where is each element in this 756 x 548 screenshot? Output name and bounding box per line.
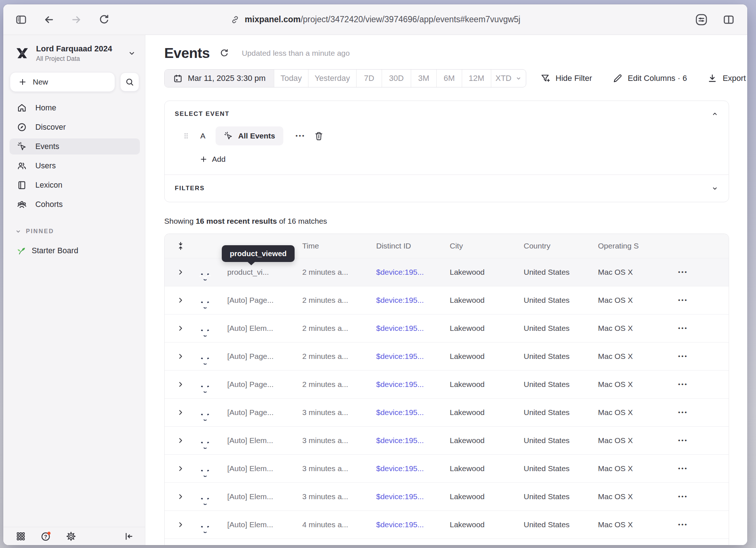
sidebar-item-lexicon[interactable]: Lexicon <box>9 177 140 193</box>
edit-columns-button[interactable]: Edit Columns · 6 <box>613 73 687 83</box>
split-view-icon[interactable] <box>722 13 735 26</box>
distinct-id-link[interactable]: $device:195... <box>376 464 450 473</box>
expand-row-icon[interactable] <box>165 493 197 501</box>
preset-today[interactable]: Today <box>274 70 308 87</box>
download-icon <box>707 73 717 83</box>
row-more-options-icon[interactable]: ••• <box>678 409 729 416</box>
column-header-os[interactable]: Operating S <box>598 242 674 250</box>
expand-row-icon[interactable] <box>165 268 197 276</box>
expand-row-icon[interactable] <box>165 380 197 388</box>
distinct-id-link[interactable]: $device:195... <box>376 436 450 445</box>
table-row[interactable]: [Auto] Elem... 4 minutes a... $device:19… <box>165 510 729 539</box>
preset-xtd[interactable]: XTD <box>491 70 526 87</box>
column-header-country[interactable]: Country <box>524 242 598 250</box>
event-time: 3 minutes a... <box>302 464 376 473</box>
pinned-item-label: Starter Board <box>32 246 78 255</box>
distinct-id-link[interactable]: $device:195... <box>376 324 450 333</box>
event-avatar <box>197 324 227 341</box>
row-more-options-icon[interactable]: ••• <box>678 381 729 388</box>
preset-30d[interactable]: 30D <box>382 70 411 87</box>
search-button[interactable] <box>120 73 139 91</box>
row-more-options-icon[interactable]: ••• <box>678 493 729 500</box>
collapse-section-icon[interactable] <box>711 110 718 118</box>
collapse-all-icon[interactable] <box>165 241 197 251</box>
add-event-button[interactable]: Add <box>200 155 729 164</box>
table-row[interactable]: [Auto] Page... 2 minutes a... $device:19… <box>165 370 729 398</box>
expand-row-icon[interactable] <box>165 465 197 473</box>
expand-row-icon[interactable] <box>165 521 197 529</box>
date-range-current[interactable]: Mar 11, 2025 3:30 pm <box>165 70 274 87</box>
event-avatar <box>197 493 227 509</box>
refresh-icon[interactable] <box>219 48 229 58</box>
event-more-options-icon[interactable]: ••• <box>296 132 306 140</box>
browser-settings-icon[interactable] <box>695 13 708 26</box>
city-value: Lakewood <box>450 296 524 305</box>
sidebar-item-discover[interactable]: Discover <box>9 119 140 135</box>
address-bar[interactable]: mixpanel.com/project/3472420/view/397469… <box>230 15 520 24</box>
distinct-id-link[interactable]: $device:195... <box>376 296 450 305</box>
sidebar-item-users[interactable]: Users <box>9 158 140 174</box>
sidebar-item-home[interactable]: Home <box>9 100 140 116</box>
distinct-id-link[interactable]: $device:195... <box>376 520 450 529</box>
country-value: United States <box>524 352 598 361</box>
column-header-distinct-id[interactable]: Distinct ID <box>376 242 450 250</box>
help-icon[interactable]: ? <box>40 531 51 542</box>
row-more-options-icon[interactable]: ••• <box>678 521 729 528</box>
hide-filter-button[interactable]: Hide Filter <box>540 73 592 83</box>
new-button[interactable]: New <box>10 72 115 92</box>
distinct-id-link[interactable]: $device:195... <box>376 408 450 417</box>
row-more-options-icon[interactable]: ••• <box>678 269 729 276</box>
distinct-id-link[interactable]: $device:195... <box>376 268 450 277</box>
filters-section: FILTERS <box>165 175 729 202</box>
gear-icon[interactable] <box>66 531 76 541</box>
table-row[interactable]: [Auto] Elem... 3 minutes a... $device:19… <box>165 454 729 482</box>
row-more-options-icon[interactable]: ••• <box>678 353 729 360</box>
distinct-id-link[interactable]: $device:195... <box>376 492 450 501</box>
distinct-id-link[interactable]: $device:195... <box>376 380 450 389</box>
drag-handle-icon[interactable] <box>182 131 190 141</box>
table-row[interactable]: [Auto] Elem... 2 minutes a... $device:19… <box>165 314 729 342</box>
sidebar-item-starter-board[interactable]: Starter Board <box>9 243 140 259</box>
collapse-sidebar-icon[interactable] <box>124 531 134 541</box>
table-row[interactable]: [Auto] Elem... 3 minutes a... $device:19… <box>165 482 729 510</box>
sidebar-item-cohorts[interactable]: Cohorts <box>9 196 140 212</box>
preset-12m[interactable]: 12M <box>462 70 491 87</box>
sidebar-item-label: Users <box>35 161 56 171</box>
results-summary: Showing 16 most recent results of 16 mat… <box>164 217 747 226</box>
preset-7d[interactable]: 7D <box>356 70 382 87</box>
trash-icon[interactable] <box>314 131 324 141</box>
row-more-options-icon[interactable]: ••• <box>678 297 729 304</box>
expand-row-icon[interactable] <box>165 296 197 304</box>
apps-grid-icon[interactable] <box>16 531 26 541</box>
back-button[interactable] <box>43 13 55 26</box>
expand-row-icon[interactable] <box>165 437 197 445</box>
distinct-id-link[interactable]: $device:195... <box>376 352 450 361</box>
project-switcher[interactable]: Lord Farquaad 2024 All Project Data <box>14 42 136 64</box>
chevron-down-icon[interactable] <box>127 49 136 58</box>
column-header-time[interactable]: Time <box>302 242 376 250</box>
event-selector-chip[interactable]: All Events <box>216 126 283 145</box>
sidebar-toggle-icon[interactable] <box>15 13 27 26</box>
expand-row-icon[interactable] <box>165 324 197 332</box>
table-row[interactable]: [Auto] Page... 2 minutes a... $device:19… <box>165 286 729 314</box>
column-header-city[interactable]: City <box>450 242 524 250</box>
expand-row-icon[interactable] <box>165 352 197 360</box>
table-row[interactable] <box>165 539 729 545</box>
row-more-options-icon[interactable]: ••• <box>678 437 729 444</box>
forward-button[interactable] <box>70 13 83 26</box>
table-row[interactable]: [Auto] Page... 3 minutes a... $device:19… <box>165 398 729 426</box>
preset-3m[interactable]: 3M <box>411 70 436 87</box>
row-more-options-icon[interactable]: ••• <box>678 325 729 332</box>
expand-section-icon[interactable] <box>711 185 718 192</box>
row-more-options-icon[interactable]: ••• <box>678 465 729 472</box>
export-button[interactable]: Export <box>707 73 746 83</box>
expand-row-icon[interactable] <box>165 408 197 416</box>
preset-6m[interactable]: 6M <box>436 70 462 87</box>
preset-yesterday[interactable]: Yesterday <box>308 70 356 87</box>
pinned-section-header[interactable]: PINNED <box>15 228 145 235</box>
table-row[interactable]: [Auto] Page... 2 minutes a... $device:19… <box>165 342 729 370</box>
sidebar-item-events[interactable]: Events <box>9 138 140 154</box>
event-name: product_vi... <box>227 268 302 277</box>
reload-button[interactable] <box>98 13 110 26</box>
table-row[interactable]: [Auto] Elem... 3 minutes a... $device:19… <box>165 426 729 454</box>
